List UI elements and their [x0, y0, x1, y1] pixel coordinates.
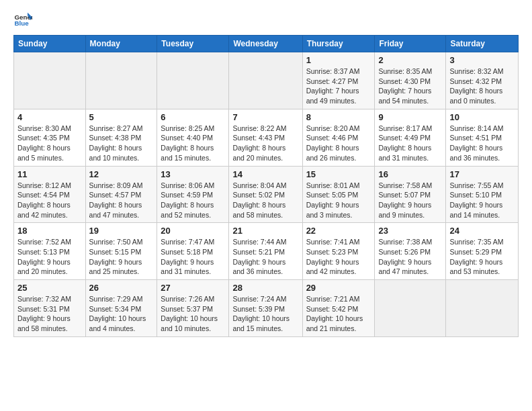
col-header-thursday: Thursday [302, 36, 375, 52]
day-cell [375, 280, 446, 337]
day-cell: 22Sunrise: 7:41 AM Sunset: 5:23 PM Dayli… [302, 223, 375, 280]
day-number: 6 [161, 112, 225, 122]
day-number: 3 [449, 55, 515, 65]
day-number: 8 [306, 112, 371, 122]
day-info: Sunrise: 8:37 AM Sunset: 4:27 PM Dayligh… [306, 66, 371, 106]
day-number: 10 [449, 112, 515, 122]
day-number: 21 [232, 226, 298, 236]
day-number: 5 [89, 112, 154, 122]
day-cell: 4Sunrise: 8:30 AM Sunset: 4:35 PM Daylig… [14, 109, 86, 166]
day-info: Sunrise: 7:38 AM Sunset: 5:26 PM Dayligh… [378, 237, 442, 277]
day-info: Sunrise: 7:41 AM Sunset: 5:23 PM Dayligh… [306, 237, 371, 277]
day-number: 22 [306, 226, 371, 236]
col-header-saturday: Saturday [446, 36, 519, 52]
day-cell: 7Sunrise: 8:22 AM Sunset: 4:43 PM Daylig… [229, 109, 302, 166]
day-info: Sunrise: 7:21 AM Sunset: 5:42 PM Dayligh… [306, 294, 371, 334]
day-info: Sunrise: 8:32 AM Sunset: 4:32 PM Dayligh… [449, 66, 515, 106]
day-cell: 5Sunrise: 8:27 AM Sunset: 4:38 PM Daylig… [85, 109, 157, 166]
day-info: Sunrise: 8:01 AM Sunset: 5:05 PM Dayligh… [306, 181, 371, 220]
day-cell: 10Sunrise: 8:14 AM Sunset: 4:51 PM Dayli… [446, 109, 519, 166]
day-cell [157, 52, 229, 109]
day-number: 13 [161, 169, 225, 179]
day-cell [446, 280, 519, 337]
day-number: 29 [306, 283, 371, 293]
day-number: 27 [161, 283, 225, 293]
day-cell: 18Sunrise: 7:52 AM Sunset: 5:13 PM Dayli… [14, 223, 86, 280]
day-number: 1 [306, 55, 371, 65]
day-cell: 1Sunrise: 8:37 AM Sunset: 4:27 PM Daylig… [302, 52, 375, 109]
day-cell: 23Sunrise: 7:38 AM Sunset: 5:26 PM Dayli… [375, 223, 446, 280]
day-cell: 29Sunrise: 7:21 AM Sunset: 5:42 PM Dayli… [302, 280, 375, 337]
day-number: 12 [89, 169, 154, 179]
day-cell: 21Sunrise: 7:44 AM Sunset: 5:21 PM Dayli… [229, 223, 302, 280]
day-number: 4 [17, 112, 82, 122]
day-cell: 26Sunrise: 7:29 AM Sunset: 5:34 PM Dayli… [85, 280, 157, 337]
week-row-2: 4Sunrise: 8:30 AM Sunset: 4:35 PM Daylig… [14, 109, 519, 166]
day-info: Sunrise: 8:27 AM Sunset: 4:38 PM Dayligh… [89, 124, 154, 163]
day-info: Sunrise: 8:09 AM Sunset: 4:57 PM Dayligh… [89, 181, 154, 220]
day-cell: 16Sunrise: 7:58 AM Sunset: 5:07 PM Dayli… [375, 166, 446, 223]
day-info: Sunrise: 8:14 AM Sunset: 4:51 PM Dayligh… [449, 124, 515, 163]
day-cell: 24Sunrise: 7:35 AM Sunset: 5:29 PM Dayli… [446, 223, 519, 280]
day-cell: 13Sunrise: 8:06 AM Sunset: 4:59 PM Dayli… [157, 166, 229, 223]
day-info: Sunrise: 8:30 AM Sunset: 4:35 PM Dayligh… [17, 124, 82, 163]
day-cell: 9Sunrise: 8:17 AM Sunset: 4:49 PM Daylig… [375, 109, 446, 166]
day-number: 28 [232, 283, 298, 293]
day-number: 14 [232, 169, 298, 179]
day-number: 11 [17, 169, 82, 179]
day-cell: 15Sunrise: 8:01 AM Sunset: 5:05 PM Dayli… [302, 166, 375, 223]
day-number: 2 [378, 55, 442, 65]
day-info: Sunrise: 8:17 AM Sunset: 4:49 PM Dayligh… [378, 124, 442, 163]
calendar-table: SundayMondayTuesdayWednesdayThursdayFrid… [13, 35, 519, 337]
day-info: Sunrise: 8:12 AM Sunset: 4:54 PM Dayligh… [17, 181, 82, 220]
day-info: Sunrise: 7:58 AM Sunset: 5:07 PM Dayligh… [378, 181, 442, 220]
day-number: 16 [378, 169, 442, 179]
day-info: Sunrise: 7:35 AM Sunset: 5:29 PM Dayligh… [449, 237, 515, 277]
day-info: Sunrise: 8:20 AM Sunset: 4:46 PM Dayligh… [306, 124, 371, 163]
day-number: 24 [449, 226, 515, 236]
day-info: Sunrise: 7:24 AM Sunset: 5:39 PM Dayligh… [232, 294, 298, 334]
col-header-monday: Monday [85, 36, 157, 52]
week-row-3: 11Sunrise: 8:12 AM Sunset: 4:54 PM Dayli… [14, 166, 519, 223]
header: General Blue [13, 11, 519, 30]
day-info: Sunrise: 8:35 AM Sunset: 4:30 PM Dayligh… [378, 66, 442, 106]
day-cell: 25Sunrise: 7:32 AM Sunset: 5:31 PM Dayli… [14, 280, 86, 337]
day-number: 19 [89, 226, 154, 236]
day-info: Sunrise: 7:47 AM Sunset: 5:18 PM Dayligh… [161, 237, 225, 277]
day-cell: 3Sunrise: 8:32 AM Sunset: 4:32 PM Daylig… [446, 52, 519, 109]
svg-text:Blue: Blue [14, 19, 29, 27]
day-info: Sunrise: 7:32 AM Sunset: 5:31 PM Dayligh… [17, 294, 82, 334]
logo: General Blue [13, 11, 34, 30]
day-number: 25 [17, 283, 82, 293]
day-cell: 8Sunrise: 8:20 AM Sunset: 4:46 PM Daylig… [302, 109, 375, 166]
day-cell: 17Sunrise: 7:55 AM Sunset: 5:10 PM Dayli… [446, 166, 519, 223]
day-info: Sunrise: 8:04 AM Sunset: 5:02 PM Dayligh… [232, 181, 298, 220]
day-number: 15 [306, 169, 371, 179]
day-number: 17 [449, 169, 515, 179]
day-info: Sunrise: 8:06 AM Sunset: 4:59 PM Dayligh… [161, 181, 225, 220]
day-cell [229, 52, 302, 109]
day-number: 23 [378, 226, 442, 236]
day-cell: 28Sunrise: 7:24 AM Sunset: 5:39 PM Dayli… [229, 280, 302, 337]
day-info: Sunrise: 7:50 AM Sunset: 5:15 PM Dayligh… [89, 237, 154, 277]
day-number: 20 [161, 226, 225, 236]
day-number: 7 [232, 112, 298, 122]
day-number: 26 [89, 283, 154, 293]
day-cell: 2Sunrise: 8:35 AM Sunset: 4:30 PM Daylig… [375, 52, 446, 109]
day-number: 18 [17, 226, 82, 236]
col-header-sunday: Sunday [14, 36, 86, 52]
day-cell: 6Sunrise: 8:25 AM Sunset: 4:40 PM Daylig… [157, 109, 229, 166]
day-info: Sunrise: 8:22 AM Sunset: 4:43 PM Dayligh… [232, 124, 298, 163]
day-info: Sunrise: 7:44 AM Sunset: 5:21 PM Dayligh… [232, 237, 298, 277]
day-cell: 27Sunrise: 7:26 AM Sunset: 5:37 PM Dayli… [157, 280, 229, 337]
day-info: Sunrise: 7:52 AM Sunset: 5:13 PM Dayligh… [17, 237, 82, 277]
day-cell: 19Sunrise: 7:50 AM Sunset: 5:15 PM Dayli… [85, 223, 157, 280]
day-cell: 12Sunrise: 8:09 AM Sunset: 4:57 PM Dayli… [85, 166, 157, 223]
week-row-1: 1Sunrise: 8:37 AM Sunset: 4:27 PM Daylig… [14, 52, 519, 109]
day-info: Sunrise: 7:29 AM Sunset: 5:34 PM Dayligh… [89, 294, 154, 334]
day-info: Sunrise: 7:26 AM Sunset: 5:37 PM Dayligh… [161, 294, 225, 334]
day-cell: 20Sunrise: 7:47 AM Sunset: 5:18 PM Dayli… [157, 223, 229, 280]
day-info: Sunrise: 7:55 AM Sunset: 5:10 PM Dayligh… [449, 181, 515, 220]
week-row-4: 18Sunrise: 7:52 AM Sunset: 5:13 PM Dayli… [14, 223, 519, 280]
day-number: 9 [378, 112, 442, 122]
